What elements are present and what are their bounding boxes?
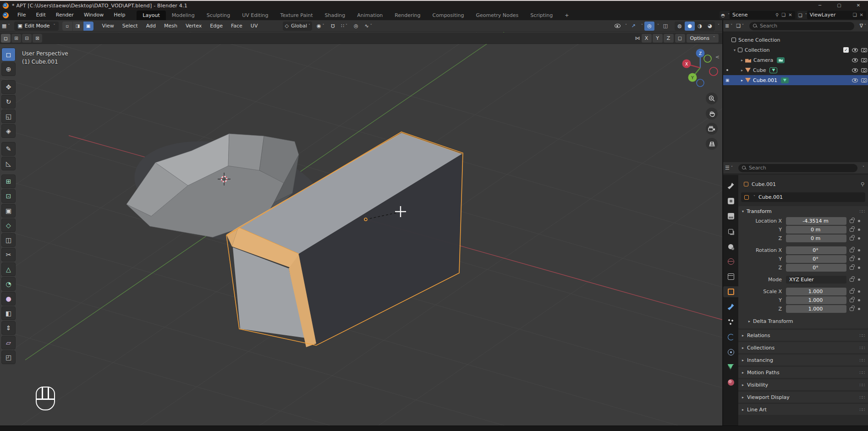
tool-select-box[interactable]: ◻	[1, 48, 16, 61]
viewport-menu-item[interactable]: Edge	[206, 23, 227, 29]
tool-rip-region[interactable]: ◰	[1, 350, 16, 364]
select-mode-subtract[interactable]: ⊟	[22, 34, 32, 43]
drag-dots-icon[interactable]: ∷∷	[859, 358, 864, 363]
face-select-button[interactable]: ▣	[83, 22, 93, 31]
panel-instancing[interactable]: ▸ Instancing ∷∷	[738, 355, 868, 366]
lock-icon[interactable]	[850, 299, 854, 302]
camera-view-button[interactable]	[706, 123, 718, 135]
properties-tab-object[interactable]	[723, 286, 738, 297]
outliner-row-cube[interactable]: ▸ Cube	[723, 65, 868, 75]
panel-viewport-display[interactable]: ▸ Viewport Display ∷∷	[738, 392, 868, 403]
lock-icon[interactable]	[850, 266, 854, 270]
transform-panel-header[interactable]: ▾ Transform ∷∷	[738, 206, 868, 216]
select-mode-set[interactable]: ◻	[1, 34, 11, 43]
disable-render-camera-icon[interactable]	[861, 78, 867, 82]
live-unwrap-button[interactable]: ◻	[675, 34, 685, 43]
outliner-row-scene-collection[interactable]: Scene Collection	[723, 35, 868, 45]
value-field[interactable]: 0°	[786, 264, 846, 272]
orientation-dropdown[interactable]: ◇ Global ˅	[283, 22, 312, 31]
value-field[interactable]: 1.000	[786, 296, 846, 304]
expander-icon[interactable]: ▸	[739, 58, 745, 62]
workspace-tab[interactable]: Rendering	[389, 11, 426, 20]
workspace-tab[interactable]: Texture Paint	[275, 11, 319, 20]
value-field[interactable]: 1.000	[786, 305, 846, 313]
drag-dots-icon[interactable]: ∷∷	[859, 382, 864, 387]
keyframe-dot-icon[interactable]	[858, 299, 860, 301]
viewport-menu-item[interactable]: Face	[227, 23, 247, 29]
panel-relations[interactable]: ▸ Relations ∷∷	[738, 330, 868, 341]
keyframe-dot-icon[interactable]	[858, 290, 860, 293]
tool-knife[interactable]: ✂	[1, 248, 16, 262]
keyframe-dot-icon[interactable]	[858, 220, 860, 222]
value-field[interactable]: 0°	[786, 255, 846, 263]
chevron-down-icon[interactable]: ˅	[753, 195, 755, 199]
keyframe-dot-icon[interactable]	[858, 308, 860, 310]
workspace-tab[interactable]: Sculpting	[201, 11, 236, 20]
drag-dots-icon[interactable]: ∷∷	[859, 395, 864, 400]
pivot-dropdown[interactable]: ◉ ˅	[315, 23, 326, 29]
mirror-axis-button[interactable]: Z	[664, 34, 674, 43]
overlays-toggle[interactable]: ◎	[644, 22, 654, 31]
navigation-gizmo[interactable]: Z X Y	[677, 44, 722, 92]
outliner-search[interactable]: Search	[749, 22, 854, 30]
lock-icon[interactable]	[850, 249, 854, 252]
outliner-row-camera[interactable]: ▸ Camera	[723, 55, 868, 65]
pin-icon[interactable]: ⚲	[861, 181, 864, 187]
keyframe-dot-icon[interactable]	[858, 278, 860, 281]
properties-tab-output[interactable]	[723, 211, 738, 222]
tool-edge-slide[interactable]: ◧	[1, 306, 16, 320]
tool-cursor[interactable]: ⊕	[1, 62, 16, 76]
maximize-button[interactable]: ▢	[830, 1, 849, 10]
tool-extrude-region[interactable]: ⊡	[1, 189, 16, 203]
lock-icon[interactable]	[850, 237, 854, 240]
gizmo-neg-y-axis[interactable]	[704, 55, 711, 62]
delta-transform-row[interactable]: ▸ Delta Transform	[738, 316, 868, 326]
lock-icon[interactable]	[850, 257, 854, 261]
viewport-menu-item[interactable]: UV	[247, 23, 262, 29]
mirror-axis-button[interactable]: X	[642, 34, 652, 43]
chevron-down-icon[interactable]: ˅	[718, 24, 720, 28]
material-preview-button[interactable]: ◑	[695, 22, 705, 31]
vertex-select-button[interactable]: ▫	[62, 22, 72, 31]
drag-dots-icon[interactable]: ∷∷	[859, 333, 864, 338]
minimize-button[interactable]: ─	[810, 1, 830, 10]
outliner-item-label[interactable]: Cube.001	[753, 77, 777, 83]
solid-shading-button[interactable]: ●	[685, 22, 695, 31]
pin-icon[interactable]: ⚲	[775, 11, 779, 19]
tool-bevel[interactable]: ◇	[1, 218, 16, 232]
menubar-item[interactable]: Render	[51, 10, 79, 20]
select-mode-intersect[interactable]: ⊠	[33, 34, 42, 43]
outliner-item-label[interactable]: Cube	[753, 67, 766, 73]
value-field[interactable]: -4.3514 m	[786, 217, 846, 225]
keyframe-dot-icon[interactable]	[858, 229, 860, 231]
keyframe-dot-icon[interactable]	[858, 267, 860, 269]
outliner-row-collection[interactable]: ▾ Collection ✓	[723, 45, 868, 55]
hide-viewport-eye-icon[interactable]	[852, 68, 858, 72]
lock-icon[interactable]	[850, 219, 854, 223]
properties-tab-modifiers[interactable]	[723, 301, 738, 312]
drag-dots-icon[interactable]: ∷∷	[859, 407, 864, 412]
tool-scale[interactable]: ◱	[1, 109, 16, 123]
workspace-tab[interactable]: Compositing	[427, 11, 470, 20]
properties-tab-view-layer[interactable]	[723, 226, 738, 237]
view-layer-selector[interactable]: ❏ ˅ ViewLayer ❏ ✕	[797, 11, 866, 19]
view-layer-name[interactable]: ViewLayer	[810, 11, 850, 19]
ortho-toggle-button[interactable]	[706, 138, 718, 150]
proportional-falloff-dropdown[interactable]: ∿ ˅	[363, 23, 374, 29]
delete-icon[interactable]: ✕	[860, 11, 863, 19]
breadcrumb-object-name[interactable]: Cube.001	[752, 181, 776, 187]
tool-rotate[interactable]: ↻	[1, 95, 16, 109]
tool-shrink-fatten[interactable]: ⇕	[1, 321, 16, 335]
disable-render-camera-icon[interactable]	[861, 58, 867, 62]
chevron-down-icon[interactable]: ˅	[625, 24, 627, 28]
delete-icon[interactable]: ✕	[788, 11, 792, 19]
tool-annotate[interactable]: ✎	[1, 142, 16, 156]
drag-dots-icon[interactable]: ∷∷	[859, 345, 864, 350]
drag-dots-icon[interactable]: ∷∷	[859, 209, 864, 214]
editor-type-button[interactable]: ▦ ˅	[0, 23, 11, 29]
mode-dropdown[interactable]: ▣ Edit Mode ˅	[14, 22, 58, 31]
workspace-tab[interactable]: Animation	[351, 11, 389, 20]
outliner-item-label[interactable]: Camera	[753, 57, 773, 63]
tool-move[interactable]: ✥	[1, 80, 16, 94]
tool-transform[interactable]: ◈	[1, 124, 16, 138]
